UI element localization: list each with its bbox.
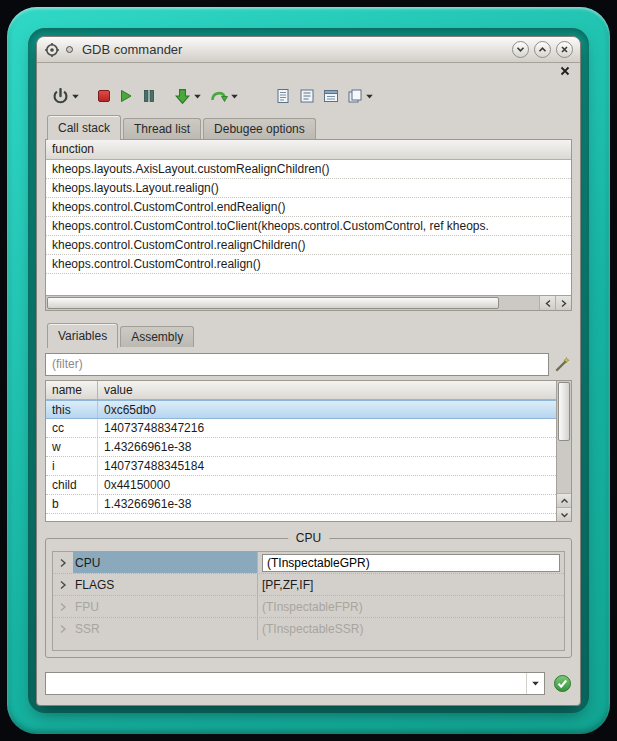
- dock-header: [45, 63, 572, 79]
- callstack-row[interactable]: kheops.control.CustomControl.realign(): [46, 255, 571, 274]
- callstack-row[interactable]: kheops.control.CustomControl.toClient(kh…: [46, 217, 571, 236]
- expander-icon: [53, 624, 73, 634]
- tab-call-stack[interactable]: Call stack: [47, 115, 121, 140]
- step-over-menu-chevron-icon[interactable]: [230, 93, 239, 100]
- wand-icon[interactable]: [554, 355, 572, 373]
- shade-button[interactable]: [512, 41, 529, 58]
- variable-row[interactable]: b 1.43266961e-38: [46, 495, 556, 514]
- dock-close-icon[interactable]: [560, 66, 570, 76]
- variable-row[interactable]: cc 140737488347216: [46, 419, 556, 438]
- pages-button[interactable]: [346, 87, 375, 105]
- register-value-field[interactable]: [262, 554, 560, 572]
- output-button[interactable]: [298, 87, 316, 105]
- combobox-dropdown-icon[interactable]: [526, 673, 544, 694]
- variable-name: child: [46, 476, 98, 494]
- power-icon: [52, 88, 69, 105]
- scroll-right-button[interactable]: [555, 296, 571, 310]
- step-into-menu-chevron-icon[interactable]: [193, 93, 202, 100]
- scrollbar-thumb[interactable]: [558, 382, 570, 441]
- callstack-row[interactable]: kheops.control.CustomControl.endRealign(…: [46, 198, 571, 217]
- command-bar: [45, 672, 572, 695]
- filter-row: [45, 352, 572, 376]
- register-group-value: [258, 554, 564, 572]
- callstack-empty-area: [46, 274, 571, 295]
- upper-tab-bar: Call stack Thread list Debugee options: [45, 113, 572, 139]
- variable-name: w: [46, 438, 98, 456]
- expander-icon[interactable]: [53, 558, 73, 568]
- cpu-register-table: CPU FLAGS [PF,ZF,IF] FPU: [52, 551, 565, 651]
- scroll-down-button[interactable]: [557, 507, 571, 521]
- vertical-scrollbar[interactable]: [556, 381, 571, 521]
- tab-thread-list[interactable]: Thread list: [123, 118, 201, 139]
- gdb-commander-window: GDB commander: [36, 36, 581, 706]
- callstack-row[interactable]: kheops.control.CustomControl.realignChil…: [46, 236, 571, 255]
- variable-row[interactable]: i 140737488345184: [46, 457, 556, 476]
- window-content: Call stack Thread list Debugee options f…: [37, 63, 580, 705]
- pages-menu-chevron-icon[interactable]: [365, 93, 374, 100]
- scroll-left-button[interactable]: [539, 296, 555, 310]
- register-group-value: [PF,ZF,IF]: [258, 578, 564, 592]
- callstack-row[interactable]: kheops.layouts.Layout.realign(): [46, 179, 571, 198]
- power-button[interactable]: [51, 87, 81, 106]
- tab-assembly[interactable]: Assembly: [120, 326, 194, 347]
- play-icon: [118, 88, 134, 104]
- variable-value: 1.43266961e-38: [98, 495, 556, 513]
- variable-name: i: [46, 457, 98, 475]
- variable-value: 0x44150000: [98, 476, 556, 494]
- expander-icon[interactable]: [53, 580, 73, 590]
- stop-button[interactable]: [97, 89, 111, 103]
- register-group-name: FPU: [73, 596, 258, 617]
- continue-button[interactable]: [117, 87, 135, 105]
- titlebar[interactable]: GDB commander: [37, 37, 580, 63]
- step-over-icon: [210, 88, 228, 104]
- pause-button[interactable]: [141, 88, 157, 104]
- variable-name: cc: [46, 419, 98, 437]
- register-group-value: (TInspectableFPR): [258, 600, 564, 614]
- call-stack-panel: function kheops.layouts.AxisLayout.custo…: [45, 139, 572, 311]
- cpu-row: SSR (TInspectableSSR): [53, 618, 564, 640]
- step-into-icon: [174, 88, 191, 105]
- step-into-button[interactable]: [173, 87, 203, 106]
- command-combobox[interactable]: [45, 672, 545, 695]
- step-over-button[interactable]: [209, 87, 240, 105]
- expander-icon: [53, 602, 73, 612]
- cpu-row: FPU (TInspectableFPR): [53, 596, 564, 618]
- tab-debugee-options[interactable]: Debugee options: [203, 118, 316, 139]
- variable-value: 1.43266961e-38: [98, 438, 556, 456]
- cpu-row[interactable]: FLAGS [PF,ZF,IF]: [53, 574, 564, 596]
- callstack-row[interactable]: kheops.layouts.AxisLayout.customRealignC…: [46, 160, 571, 179]
- variable-name: this: [46, 401, 98, 418]
- filter-input[interactable]: [45, 353, 549, 376]
- variable-name: b: [46, 495, 98, 513]
- tab-variables[interactable]: Variables: [47, 323, 118, 348]
- column-header-value: value: [98, 381, 133, 399]
- close-button[interactable]: [556, 41, 573, 58]
- register-group-value: (TInspectableSSR): [258, 622, 564, 636]
- horizontal-scrollbar[interactable]: [46, 295, 571, 310]
- scroll-up-button[interactable]: [557, 493, 571, 507]
- variable-row[interactable]: child 0x44150000: [46, 476, 556, 495]
- maximize-button[interactable]: [534, 41, 551, 58]
- variable-row[interactable]: w 1.43266961e-38: [46, 438, 556, 457]
- scrollbar-thumb[interactable]: [47, 297, 499, 309]
- variables-panel: name value this 0xc65db0 cc 140737488347…: [45, 380, 572, 522]
- cpu-groupbox: CPU CPU FLAGS [PF,ZF,IF]: [45, 538, 572, 658]
- variables-table: name value this 0xc65db0 cc 140737488347…: [46, 381, 556, 521]
- register-group-name: FLAGS: [73, 574, 258, 595]
- stop-icon: [98, 90, 110, 102]
- cpu-group-title: CPU: [288, 531, 329, 545]
- evaluate-button[interactable]: [274, 87, 292, 105]
- cpu-row[interactable]: CPU: [53, 552, 564, 574]
- power-menu-chevron-icon[interactable]: [71, 93, 80, 100]
- register-group-name: CPU: [73, 552, 258, 573]
- window-menu-icon[interactable]: [65, 45, 74, 54]
- confirm-button[interactable]: [552, 674, 572, 694]
- variable-value: 140737488345184: [98, 457, 556, 475]
- call-stack-header: function: [46, 140, 571, 160]
- window-title: GDB commander: [82, 42, 182, 57]
- column-header-name: name: [46, 381, 98, 399]
- column-header-function: function: [46, 140, 94, 159]
- variable-row[interactable]: this 0xc65db0: [46, 400, 556, 419]
- watch-window-icon: [323, 88, 339, 104]
- watch-window-button[interactable]: [322, 87, 340, 105]
